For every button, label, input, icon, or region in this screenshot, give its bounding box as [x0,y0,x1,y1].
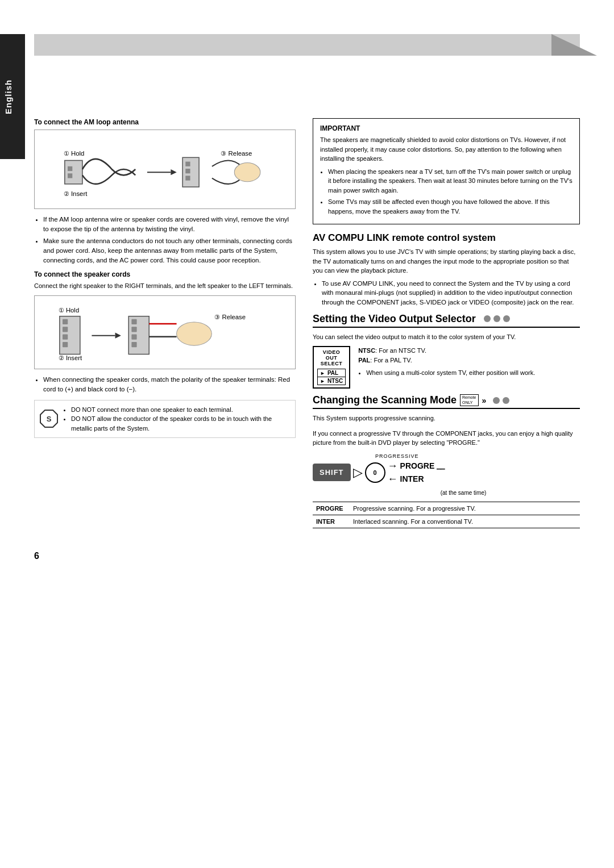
video-selector-diagram: VIDEO OUT SELECT ► PAL ► NTSC [313,346,350,389]
svg-text:③ Release: ③ Release [221,150,252,157]
header-triangle [551,34,597,56]
scan-term-inter: INTER [313,515,350,528]
av-compu-bullets: To use AV COMPU LINK, you need to connec… [313,279,580,307]
scanning-mode-title: Changing the Scanning Mode RemoteONLY » [313,394,580,409]
video-dots [484,315,510,322]
scan-dot-2 [503,397,509,404]
language-tab: English [0,34,25,159]
scan-table-row-2: INTER Interlaced scanning. For a convent… [313,515,580,528]
speaker-cords-heading: To connect the speaker cords [34,270,296,278]
svg-rect-23 [131,335,136,340]
scanning-diagram-wrapper: PROGRESSIVE SHIFT ▷ 0 → PROGRE ⎯⎯ ← INTE… [313,453,580,485]
scan-dot-1 [493,397,500,404]
scanning-dots [493,397,509,404]
svg-text:② Insert: ② Insert [64,190,88,197]
ntsc-desc: NTSC: For an NTSC TV. [358,346,535,356]
arrow-progre: → [388,460,398,472]
video-descriptions: NTSC: For an NTSC TV. PAL: For a PAL TV.… [358,346,535,378]
svg-rect-24 [131,342,136,347]
speaker-cords-svg: ① Hold ② Insert ③ Release [40,302,289,363]
svg-rect-14 [63,319,68,324]
important-bullet-1: When placing the speakers near a TV set,… [328,167,572,195]
pal-ntsc-selector: ► PAL ► NTSC [317,369,346,385]
ntsc-row: ► NTSC [318,377,345,385]
video-output-title-text: Setting the Video Output Selector [313,313,476,325]
arrow-inter: ← [388,473,398,485]
important-bullet-2: Some TVs may still be affected even thou… [328,197,572,216]
speaker-bullet-1: When connecting the speaker cords, match… [43,375,296,394]
right-column: IMPORTANT The speakers are magnetically … [313,118,580,528]
am-loop-bullets: If the AM loop antenna wire or speaker c… [34,215,296,265]
svg-text:② Insert: ② Insert [59,354,82,361]
speaker-cords-intro: Connect the right speaker to the RIGHT t… [34,282,296,291]
video-out-box: VIDEO OUT SELECT ► PAL ► NTSC [313,346,350,389]
at-same-time: (at the same time) [347,490,580,496]
progre-row: → PROGRE ⎯⎯ [388,460,445,472]
scan-table-row-1: PROGRE Progressive scanning. For a progr… [313,502,580,515]
shift-button: SHIFT [313,464,351,481]
scan-arrow-1: ▷ [353,465,363,480]
am-bullet-1: If the AM loop antenna wire or speaker c… [43,215,296,233]
stop-bullet-2: DO NOT allow the conductor of the speake… [71,414,289,433]
svg-rect-7 [185,169,190,173]
pal-desc: PAL: For a PAL TV. [358,356,535,365]
important-box: IMPORTANT The speakers are magnetically … [313,118,580,224]
svg-marker-19 [115,333,121,339]
scan-diagram: SHIFT ▷ 0 → PROGRE ⎯⎯ ← INTER [313,460,580,485]
svg-rect-16 [63,335,68,340]
scan-circle: 0 [365,462,385,483]
svg-marker-4 [171,169,176,175]
scan-desc-progre: Progressive scanning. For a progressive … [350,502,580,515]
stop-bullets: DO NOT connect more than one speaker to … [63,405,289,433]
arrow-decoration: » [482,396,487,405]
video-selector-area: VIDEO OUT SELECT ► PAL ► NTSC [313,346,580,389]
pal-row: ► PAL [318,369,345,377]
header-bar [34,34,580,56]
svg-rect-8 [185,176,190,180]
scanning-para-2: If you connect a progressive TV through … [313,429,580,448]
av-compu-title: AV COMPU LINK remote control system [313,232,580,244]
video-output-intro: You can select the video output to match… [313,332,580,342]
video-output-title: Setting the Video Output Selector [313,313,580,328]
svg-text:① Hold: ① Hold [64,150,85,157]
scanning-para-1: This System supports progressive scannin… [313,414,580,423]
svg-text:S: S [47,415,52,423]
av-compu-bullet-1: To use AV COMPU LINK, you need to connec… [322,279,580,307]
page-number: 6 [34,551,614,561]
svg-text:③ Release: ③ Release [214,314,246,320]
video-bullets: When using a multi-color system TV, eith… [358,368,535,378]
stop-warning-box: S DO NOT connect more than one speaker t… [34,400,296,439]
am-loop-heading: To connect the AM loop antenna [34,118,296,126]
svg-rect-1 [68,166,72,171]
av-compu-para-1: This system allows you to use JVC's TV w… [313,247,580,276]
svg-rect-6 [185,162,190,166]
am-loop-diagram: ① Hold ② Insert ③ Release [34,130,296,209]
progre-label: PROGRE [400,461,435,470]
progressive-label: PROGRESSIVE [375,453,580,459]
am-bullet-2: Make sure the antenna conductors do not … [43,236,296,265]
svg-rect-17 [63,342,68,347]
progre-inter-labels: → PROGRE ⎯⎯ ← INTER [388,460,445,485]
stop-icon: S [39,409,59,428]
svg-rect-0 [65,160,82,183]
important-para-1: The speakers are magnetically shielded t… [320,135,572,164]
important-title: IMPORTANT [320,124,572,132]
multi-color-bullet: When using a multi-color system TV, eith… [366,368,535,378]
svg-rect-15 [63,327,68,332]
svg-rect-21 [131,319,136,324]
important-bullets: When placing the speakers near a TV set,… [320,167,572,216]
remote-only-badge: RemoteONLY [460,394,479,406]
progre-dash: ⎯⎯ [437,462,445,470]
scan-term-progre: PROGRE [313,502,350,515]
svg-point-27 [177,322,212,345]
inter-label: INTER [400,474,424,483]
scanning-title-text: Changing the Scanning Mode [313,394,457,406]
left-column: To connect the AM loop antenna [34,118,296,528]
svg-rect-2 [68,173,72,178]
speaker-cords-diagram: ① Hold ② Insert ③ Release [34,295,296,369]
dot-2 [493,315,500,322]
svg-point-9 [234,163,260,182]
scan-desc-inter: Interlaced scanning. For a conventional … [350,515,580,528]
svg-rect-5 [182,157,199,187]
svg-text:① Hold: ① Hold [59,307,79,314]
